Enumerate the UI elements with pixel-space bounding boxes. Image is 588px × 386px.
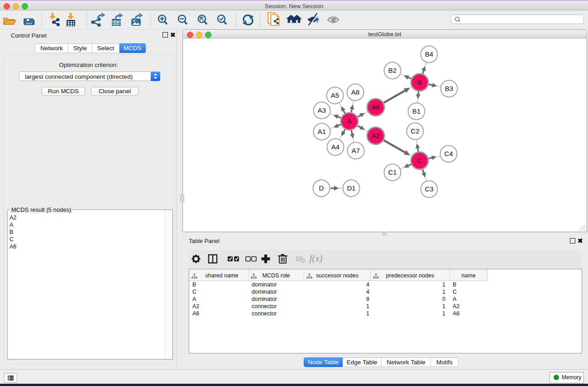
svg-text:A3: A3 — [318, 106, 326, 114]
svg-text:A2: A2 — [372, 132, 380, 139]
svg-text:A6: A6 — [372, 103, 380, 111]
svg-text:B4: B4 — [425, 50, 433, 58]
svg-text:A7: A7 — [352, 147, 360, 154]
svg-text:C1: C1 — [388, 168, 397, 176]
svg-text:C3: C3 — [425, 185, 433, 193]
svg-text:A4: A4 — [331, 143, 339, 151]
svg-text:C: C — [417, 157, 422, 164]
svg-text:A: A — [347, 117, 352, 125]
svg-text:A8: A8 — [351, 88, 359, 96]
svg-text:C2: C2 — [411, 127, 419, 135]
svg-text:D1: D1 — [347, 184, 355, 192]
svg-text:C4: C4 — [444, 150, 453, 157]
svg-text:A5: A5 — [331, 91, 339, 99]
svg-text:f(x): f(x) — [309, 253, 322, 264]
svg-text:A1: A1 — [318, 128, 326, 135]
svg-text:B2: B2 — [388, 67, 397, 74]
svg-text:B: B — [417, 78, 422, 86]
svg-text:B3: B3 — [445, 85, 453, 92]
svg-text:B1: B1 — [412, 107, 421, 115]
svg-text:D: D — [319, 184, 324, 192]
